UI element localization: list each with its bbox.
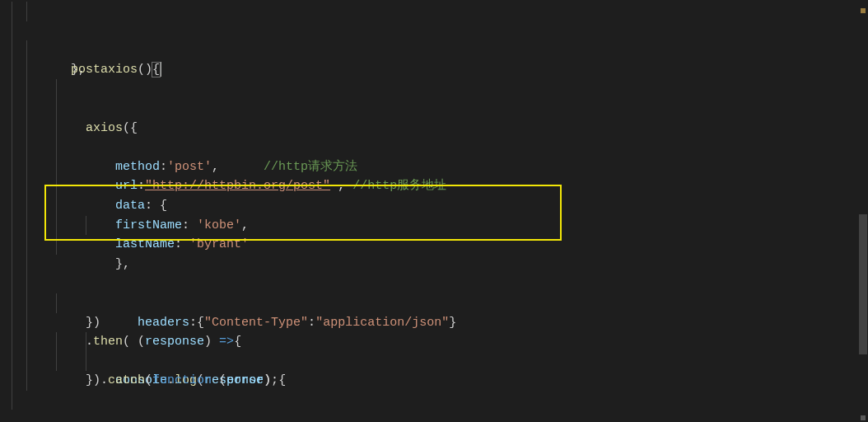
code-line[interactable]: postaxios(){ [12, 21, 868, 41]
code-line[interactable]: }).catch(function (error) { [12, 313, 868, 333]
code-line[interactable]: headers:{"Content-Type":"application/jso… [12, 216, 868, 236]
code-line[interactable]: }, [12, 176, 868, 196]
code-line[interactable]: url:"http://httpbin.org/post" , //http服务… [12, 99, 868, 119]
code-line[interactable]: console.log(error); [12, 352, 868, 372]
code-line[interactable]: .then( (response) =>{ [12, 274, 868, 293]
code-area[interactable]: }, postaxios(){ axios({ method:'post', [12, 0, 868, 422]
vertical-scrollbar[interactable] [856, 0, 868, 422]
code-line[interactable]: } [12, 391, 868, 410]
code-line[interactable]: console.log(response); [12, 293, 868, 313]
code-line[interactable]: }); [12, 371, 868, 391]
scrollbar-thumb[interactable] [859, 214, 867, 354]
overview-ruler-mark [861, 415, 866, 420]
overview-ruler-mark [861, 8, 866, 13]
gutter [0, 0, 8, 422]
code-line[interactable]: data: { [12, 119, 868, 138]
code-line[interactable]: } [12, 410, 868, 422]
code-line[interactable]: lastName: 'byrant' [12, 157, 868, 177]
code-line[interactable] [12, 196, 868, 216]
code-line[interactable]: firstName: 'kobe', [12, 138, 868, 157]
code-editor[interactable]: }, postaxios(){ axios({ method:'post', [0, 0, 868, 422]
code-line[interactable] [12, 40, 868, 60]
code-line[interactable]: //请求异常响应结果 [12, 332, 868, 352]
code-line[interactable]: }, [12, 2, 868, 21]
code-line[interactable]: }) [12, 255, 868, 274]
code-line[interactable]: method:'post', //http请求方法 [12, 79, 868, 99]
code-line[interactable]: axios({ [12, 60, 868, 80]
code-line[interactable] [12, 235, 868, 255]
